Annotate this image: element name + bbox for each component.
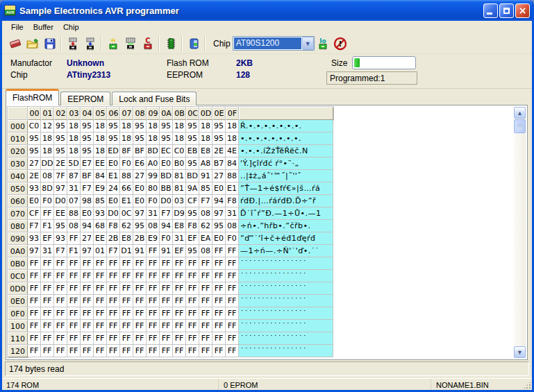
hex-byte-cell[interactable]: 95 (28, 145, 41, 157)
hex-byte-cell[interactable]: FF (28, 345, 41, 357)
hex-byte-cell[interactable]: 18 (67, 133, 81, 145)
hex-byte-cell[interactable]: B7 (212, 157, 226, 170)
hex-byte-cell[interactable]: 93 (28, 182, 41, 195)
hex-byte-cell[interactable]: FF (226, 295, 239, 307)
hex-byte-cell[interactable]: 95 (54, 133, 67, 145)
hex-byte-cell[interactable]: D9 (173, 207, 186, 220)
hex-byte-cell[interactable]: 8F (120, 145, 133, 157)
hex-byte-cell[interactable]: FF (212, 245, 226, 257)
hex-byte-cell[interactable]: 81 (173, 182, 186, 195)
hex-byte-cell[interactable]: 4E (226, 145, 239, 157)
hex-byte-cell[interactable]: F0 (147, 195, 160, 207)
hex-byte-cell[interactable]: BD (160, 170, 173, 182)
hex-byte-cell[interactable]: 99 (147, 170, 160, 182)
hex-byte-cell[interactable]: FF (41, 207, 54, 220)
hex-byte-cell[interactable]: 07 (67, 195, 81, 207)
hex-byte-cell[interactable]: 31 (173, 232, 186, 245)
hex-byte-cell[interactable]: FF (81, 307, 94, 320)
hex-byte-cell[interactable]: FF (41, 320, 54, 332)
hex-byte-cell[interactable]: 81 (173, 170, 186, 182)
hex-byte-cell[interactable]: FF (199, 295, 212, 307)
hex-byte-cell[interactable]: FF (67, 257, 81, 270)
hex-byte-cell[interactable]: FF (120, 282, 133, 295)
hex-byte-cell[interactable]: 5D (67, 157, 81, 170)
hex-byte-cell[interactable]: E8 (173, 220, 186, 232)
hex-byte-cell[interactable]: 08 (41, 170, 54, 182)
hex-byte-cell[interactable]: 08 (147, 220, 160, 232)
hex-byte-cell[interactable]: 95 (186, 120, 199, 133)
hex-byte-cell[interactable]: 80 (147, 182, 160, 195)
hex-byte-cell[interactable]: 95 (54, 145, 67, 157)
close-button[interactable]: × (515, 3, 530, 18)
hex-byte-cell[interactable]: 88 (226, 170, 239, 182)
hex-byte-cell[interactable]: FF (186, 332, 199, 345)
hex-byte-cell[interactable]: EE (94, 157, 107, 170)
hex-byte-cell[interactable]: E0 (133, 182, 147, 195)
hex-byte-cell[interactable]: FF (107, 320, 120, 332)
hex-byte-cell[interactable]: FF (54, 332, 67, 345)
hex-byte-cell[interactable]: FF (199, 270, 212, 282)
hex-byte-cell[interactable]: 95 (160, 120, 173, 133)
hex-byte-cell[interactable]: 98 (81, 195, 94, 207)
hex-byte-cell[interactable]: F0 (226, 232, 239, 245)
hex-byte-cell[interactable]: 18 (147, 133, 160, 145)
menu-buffer[interactable]: Buffer (28, 22, 58, 33)
hex-byte-cell[interactable]: FF (81, 320, 94, 332)
hex-byte-cell[interactable]: 62 (199, 220, 212, 232)
hex-byte-cell[interactable]: 95 (81, 145, 94, 157)
hex-byte-cell[interactable]: 68 (94, 220, 107, 232)
hex-byte-cell[interactable]: 84 (226, 157, 239, 170)
hex-byte-cell[interactable]: FF (147, 332, 160, 345)
hex-byte-cell[interactable]: FF (147, 307, 160, 320)
hex-byte-cell[interactable]: 24 (107, 182, 120, 195)
exit-button[interactable] (185, 35, 202, 52)
hex-byte-cell[interactable]: FF (173, 320, 186, 332)
hex-byte-cell[interactable]: 95 (54, 120, 67, 133)
hex-byte-cell[interactable]: FF (67, 345, 81, 357)
hex-byte-cell[interactable]: 18 (173, 133, 186, 145)
hex-byte-cell[interactable]: 95 (186, 207, 199, 220)
hex-byte-cell[interactable]: FF (173, 282, 186, 295)
hex-byte-cell[interactable]: FF (160, 282, 173, 295)
hex-byte-cell[interactable]: FF (120, 332, 133, 345)
hex-byte-cell[interactable]: FF (173, 307, 186, 320)
hex-byte-cell[interactable]: FF (199, 282, 212, 295)
hex-byte-cell[interactable]: EF (173, 245, 186, 257)
hex-byte-cell[interactable]: E0 (133, 195, 147, 207)
hex-byte-cell[interactable]: FF (67, 232, 81, 245)
lock-chip-button[interactable]: C (139, 35, 156, 52)
hex-byte-cell[interactable]: FF (173, 270, 186, 282)
hex-byte-cell[interactable]: EE (94, 232, 107, 245)
hex-byte-cell[interactable]: FF (41, 270, 54, 282)
hex-byte-cell[interactable]: 85 (199, 182, 212, 195)
hex-byte-cell[interactable]: D1 (120, 245, 133, 257)
hex-byte-cell[interactable]: FF (226, 257, 239, 270)
hex-byte-cell[interactable]: FF (212, 307, 226, 320)
io-config-button[interactable]: Io (315, 35, 332, 52)
hex-byte-cell[interactable]: F0 (41, 195, 54, 207)
hex-byte-cell[interactable]: FF (133, 307, 147, 320)
hex-byte-cell[interactable]: FF (160, 270, 173, 282)
hex-byte-cell[interactable]: FF (212, 345, 226, 357)
title-bar[interactable]: AVR Sample Electronics AVR programmer × (0, 0, 534, 21)
hex-byte-cell[interactable]: F8 (226, 195, 239, 207)
hex-byte-cell[interactable]: 93 (28, 232, 41, 245)
hex-byte-cell[interactable]: 18 (67, 145, 81, 157)
hex-byte-cell[interactable]: EE (54, 207, 67, 220)
hex-byte-cell[interactable]: 27 (212, 170, 226, 182)
hex-byte-cell[interactable]: E1 (120, 195, 133, 207)
hex-byte-cell[interactable]: FF (133, 270, 147, 282)
hex-byte-cell[interactable]: FF (186, 270, 199, 282)
hex-byte-cell[interactable]: E0 (107, 195, 120, 207)
hex-byte-cell[interactable]: F7 (54, 245, 67, 257)
hex-byte-cell[interactable]: FF (81, 270, 94, 282)
hex-byte-cell[interactable]: FF (107, 295, 120, 307)
hex-byte-cell[interactable]: F7 (160, 207, 173, 220)
hex-byte-cell[interactable]: EF (186, 232, 199, 245)
hex-byte-cell[interactable]: FF (28, 295, 41, 307)
hex-byte-cell[interactable]: FF (147, 270, 160, 282)
cancel-button[interactable]: ! (332, 35, 349, 52)
hex-byte-cell[interactable]: 18 (226, 120, 239, 133)
hex-byte-cell[interactable]: 8D (147, 145, 160, 157)
hex-byte-cell[interactable]: 18 (94, 145, 107, 157)
